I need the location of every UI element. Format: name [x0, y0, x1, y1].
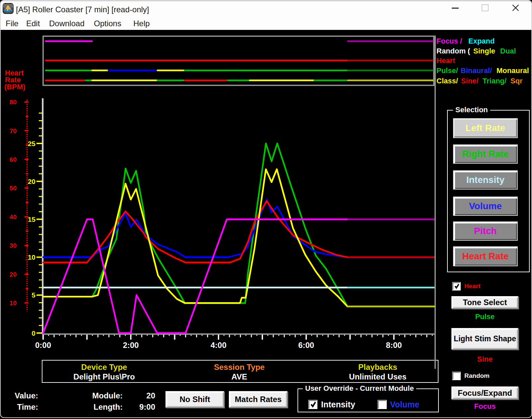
svg-text:(BPM): (BPM) [4, 83, 26, 91]
svg-text:0: 0 [32, 329, 35, 337]
svg-text:5: 5 [32, 291, 35, 299]
svg-text:Focus /: Focus / [436, 37, 462, 45]
svg-text:20: 20 [10, 271, 17, 278]
svg-text:10: 10 [28, 253, 35, 261]
svg-text:80: 80 [10, 99, 17, 106]
svg-text:6:00: 6:00 [298, 341, 314, 350]
svg-text:Single: Single [473, 47, 495, 55]
svg-text:4:00: 4:00 [211, 341, 227, 350]
svg-text:70: 70 [10, 127, 17, 134]
svg-text:40: 40 [10, 213, 17, 220]
svg-text:Sqr: Sqr [510, 77, 523, 85]
svg-text:50: 50 [10, 185, 17, 192]
svg-text:10: 10 [10, 299, 17, 306]
svg-text:0:00: 0:00 [35, 341, 51, 350]
svg-text:20: 20 [28, 178, 35, 185]
svg-text:60: 60 [10, 156, 17, 163]
svg-text:Expand: Expand [468, 37, 495, 45]
svg-text:25: 25 [28, 140, 36, 147]
svg-text:8:00: 8:00 [386, 341, 402, 350]
svg-text:Binaural/: Binaural/ [461, 66, 492, 75]
svg-text:2:00: 2:00 [123, 341, 139, 350]
svg-text:Triang/: Triang/ [483, 77, 506, 85]
svg-text:Class/: Class/ [436, 77, 458, 85]
svg-text:Heart: Heart [436, 56, 455, 65]
svg-text:Pulse/: Pulse/ [436, 66, 458, 75]
svg-text:30: 30 [10, 242, 17, 249]
svg-text:Random (: Random ( [436, 47, 470, 55]
svg-text:Dual: Dual [500, 47, 516, 55]
svg-text:Sine/: Sine/ [461, 77, 479, 85]
svg-text:Monaural: Monaural [497, 66, 529, 75]
svg-text:15: 15 [28, 215, 36, 223]
